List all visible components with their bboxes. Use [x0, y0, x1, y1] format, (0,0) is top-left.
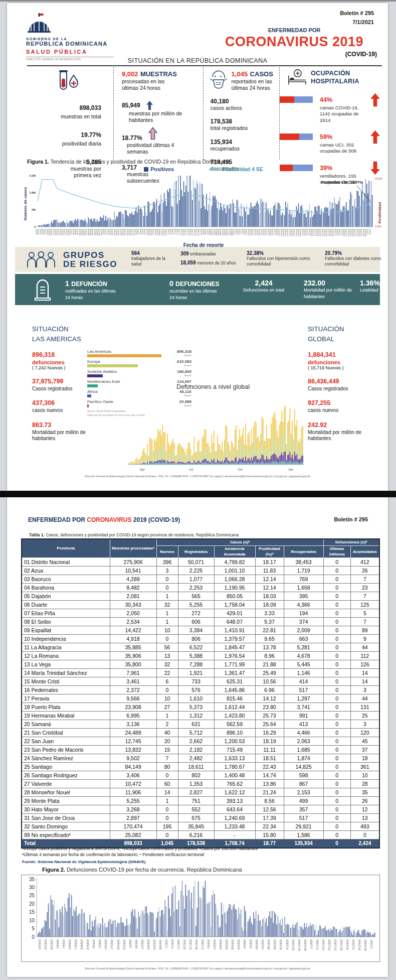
table-cell: 03 Baoruco: [22, 575, 110, 584]
table-cell: 0: [323, 584, 350, 592]
svg-text:26/6/2020: 26/6/2020: [159, 939, 162, 950]
table-cell: 5: [350, 609, 379, 618]
svg-text:20/8/2020: 20/8/2020: [222, 229, 224, 236]
svg-text:40.00%: 40.00%: [375, 178, 382, 180]
svg-text:25: 25: [29, 893, 35, 898]
table-row: 25 Santiago84,1498018,6111,780.6722.4314…: [22, 763, 379, 771]
table-cell: 13 La Vega: [22, 660, 110, 669]
table-row: 13 La Vega35,800327,2881,771.9921.885,44…: [22, 660, 379, 669]
table-cell: 01 Distrito Nacional: [22, 558, 110, 567]
table-cell: 10: [156, 694, 178, 703]
table-cell: 2,253: [178, 584, 214, 592]
table-cell: 44: [350, 694, 379, 703]
table-cell: 1,200.53: [214, 737, 255, 746]
table-cell: 12: [350, 805, 379, 814]
table-cell: 0: [323, 729, 350, 737]
table-cell: 40: [156, 729, 178, 737]
region-name: Mediterráneo Este: [87, 379, 162, 384]
table-cell: 15.80: [255, 831, 284, 839]
table-row: 07 Elías Piña2,0501272429.013.3319405: [22, 609, 379, 618]
muestras-24h-value: 9,002: [122, 70, 138, 78]
table-col-header: Muestras procesadasᵃ: [110, 539, 156, 558]
table-row: 04 Barahona8,48202,2531,190.9512.141,658…: [22, 584, 379, 592]
table-cell: 22.81: [255, 626, 284, 635]
table-cell: 0: [323, 805, 350, 814]
svg-text:18/11/2020: 18/11/2020: [328, 939, 331, 951]
table-cell: 0: [323, 567, 350, 575]
table-cell: 11 La Altagracia: [22, 643, 110, 652]
ocupacion-head: OCUPACIÓN HOSPITALARIA: [280, 69, 380, 86]
table-cell: 0: [323, 677, 350, 686]
test-tube-icon: [56, 69, 80, 91]
svg-text:7/4/2020: 7/4/2020: [63, 939, 65, 948]
table-row: 06 Duarte30,343325,2551,758.0418.094,366…: [22, 601, 379, 609]
page-1: GOBIERNO DE LA REPÚBLICA DOMINICANA SALU…: [7, 3, 388, 491]
table-row: 16 Pedernales2,37205761,645.866.9651703: [22, 686, 379, 694]
table-cell: 0: [323, 558, 350, 567]
table-row: 28 Monseñor Nouel11,906142,8271,622.1221…: [22, 788, 379, 797]
global-title: SITUACIÓN GLOBAL: [308, 324, 383, 344]
svg-text:35: 35: [29, 877, 35, 882]
svg-text:21/6/2020: 21/6/2020: [153, 939, 156, 950]
table-cell: 1: [156, 618, 178, 626]
table-cell: 08 El Seibo: [22, 618, 110, 626]
table-cell: 23,908: [110, 703, 156, 712]
svg-text:4/12/2020: 4/12/2020: [346, 939, 349, 950]
occupancy-item-camas-uci: 59% camas UCI, 302 ocupadas de 508: [280, 132, 380, 155]
svg-text:28/3/2020: 28/3/2020: [51, 939, 53, 950]
casos-24h-label2: últimas 24 horas: [232, 85, 273, 91]
table-cell: 867: [284, 780, 323, 788]
table-cell: 0: [323, 660, 350, 669]
table-cell: 0: [323, 780, 350, 788]
svg-text:18/12/2020: 18/12/2020: [358, 939, 361, 951]
table-cell: 2,482: [178, 754, 214, 763]
svg-text:9/10/2020: 9/10/2020: [286, 939, 289, 950]
table-cell: 112: [350, 652, 379, 660]
table-cell: 1,845.47: [214, 643, 255, 652]
up-arrow-icon: [146, 100, 153, 110]
enfermedad-por-label: ENFERMEDAD POR: [212, 27, 377, 33]
defunciones-total: 2,424 Defunciones en total: [240, 279, 288, 294]
svg-text:27/5/2020: 27/5/2020: [123, 939, 126, 950]
region-name: Sudeste Asiático: [87, 369, 162, 374]
table-cell: 170,474: [110, 822, 156, 831]
table-cell: 0: [156, 805, 178, 814]
muestras-24h-label1: procesadas en las: [122, 78, 203, 85]
svg-text:12/5/2020: 12/5/2020: [105, 939, 107, 950]
muestras-total-block: 898,033 muestras en total: [22, 104, 101, 120]
table-col-header: Recuperados: [284, 546, 323, 558]
table-cell: 4,678: [284, 652, 323, 660]
table-cell: 0: [156, 831, 178, 839]
table-row: 08 El Seibo2,5341606648.075.3737407: [22, 618, 379, 626]
table-cell: 18 Puerto Plata: [22, 703, 110, 712]
table-cell: 1,622.12: [214, 788, 255, 797]
up-arrow-pink-icon: [148, 127, 157, 140]
svg-text:12/4/2020: 12/4/2020: [69, 939, 71, 950]
table-cell: 414: [284, 677, 323, 686]
svg-text:7/9/2020: 7/9/2020: [242, 229, 244, 235]
table-cell: 1,353: [178, 780, 214, 788]
region-value: 186,840deaths: [162, 369, 191, 377]
table-cell: 16.29: [255, 729, 284, 737]
page2-title: ENFERMEDAD POR CORONAVIRUS 2019 (COVID-1…: [28, 516, 180, 523]
grupo-embarazadas-menores: 309 embarazadas 18,059 menores de 20 año…: [180, 250, 242, 266]
table-cell: 733: [178, 677, 214, 686]
table-cell: 17 Peravia: [22, 694, 110, 703]
table-cell: 24,489: [110, 729, 156, 737]
table-cell: 7,288: [178, 660, 214, 669]
table-cell: 3: [350, 686, 379, 694]
table-cell: 25: [350, 712, 379, 720]
table-footnotes: ᵃIncluye casos positivos y negativos a S…: [22, 846, 380, 858]
table-cell: 50,071: [178, 558, 214, 567]
figura2-caption: Figura 2. Defunciones COVID-19 por fecha…: [42, 867, 242, 873]
table-cell: 0: [323, 797, 350, 805]
people-group-icon: [26, 251, 56, 268]
table-cell: 8.96: [255, 652, 284, 660]
table-cell: 1,077: [178, 575, 214, 584]
svg-text:25/7/2020: 25/7/2020: [194, 229, 196, 236]
table-row: 14 María Trinidad Sánchez7,961221,9211,3…: [22, 669, 379, 677]
region-bar: [87, 394, 91, 397]
svg-text:9/9/2020: 9/9/2020: [250, 939, 252, 948]
table-cell: 275,906: [110, 558, 156, 567]
positividad-diaria-block: 19.77% positividad diaria: [22, 131, 101, 148]
